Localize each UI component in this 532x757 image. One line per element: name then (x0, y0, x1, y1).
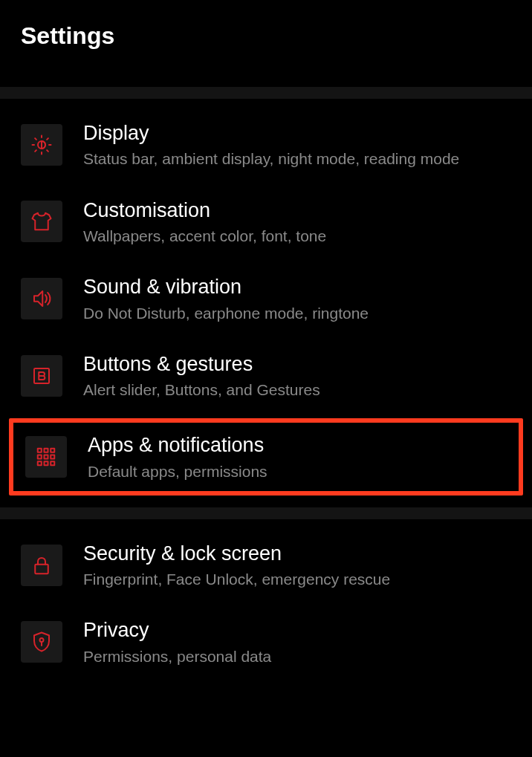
settings-item-title: Sound & vibration (83, 275, 369, 299)
settings-section: DisplayStatus bar, ambient display, nigh… (0, 99, 532, 507)
settings-item-display[interactable]: DisplayStatus bar, ambient display, nigh… (0, 106, 532, 183)
settings-item-subtitle: Wallpapers, accent color, font, tone (83, 227, 326, 245)
settings-item-title: Privacy (83, 618, 271, 642)
settings-item-text: PrivacyPermissions, personal data (83, 618, 271, 666)
speaker-icon (21, 278, 62, 319)
section-divider (0, 507, 532, 519)
settings-item-title: Display (83, 121, 459, 145)
settings-item-apps[interactable]: Apps & notificationsDefault apps, permis… (9, 418, 523, 496)
lock-icon (21, 545, 62, 586)
settings-item-subtitle: Fingerprint, Face Unlock, emergency resc… (83, 570, 390, 588)
settings-item-subtitle: Permissions, personal data (83, 647, 271, 666)
settings-item-title: Apps & notifications (88, 433, 267, 457)
button-b-icon (21, 355, 62, 397)
settings-item-text: CustomisationWallpapers, accent color, f… (83, 198, 326, 246)
settings-item-buttons[interactable]: Buttons & gesturesAlert slider, Buttons,… (0, 337, 532, 415)
settings-item-subtitle: Do Not Disturb, earphone mode, ringtone (83, 304, 369, 322)
shirt-icon (21, 201, 62, 242)
settings-item-title: Security & lock screen (83, 542, 390, 565)
section-divider (0, 87, 532, 99)
settings-header: Settings (0, 0, 532, 87)
settings-item-text: Sound & vibrationDo Not Disturb, earphon… (83, 275, 369, 322)
settings-item-text: Apps & notificationsDefault apps, permis… (88, 433, 267, 481)
settings-item-title: Buttons & gestures (83, 352, 320, 376)
grid-icon (25, 436, 67, 478)
page-title: Settings (21, 22, 511, 50)
settings-item-subtitle: Default apps, permissions (88, 462, 267, 481)
brightness-icon (21, 124, 62, 166)
settings-item-security[interactable]: Security & lock screenFingerprint, Face … (0, 527, 532, 604)
settings-section: Security & lock screenFingerprint, Face … (0, 519, 532, 688)
settings-item-text: DisplayStatus bar, ambient display, nigh… (83, 121, 459, 169)
settings-item-subtitle: Alert slider, Buttons, and Gestures (83, 380, 320, 399)
shield-key-icon (21, 621, 62, 663)
settings-item-subtitle: Status bar, ambient display, night mode,… (83, 149, 459, 168)
settings-item-text: Buttons & gesturesAlert slider, Buttons,… (83, 352, 320, 400)
settings-item-sound[interactable]: Sound & vibrationDo Not Disturb, earphon… (0, 260, 532, 337)
settings-item-customisation[interactable]: CustomisationWallpapers, accent color, f… (0, 183, 532, 261)
settings-item-title: Customisation (83, 198, 326, 222)
settings-item-text: Security & lock screenFingerprint, Face … (83, 542, 390, 589)
settings-item-privacy[interactable]: PrivacyPermissions, personal data (0, 603, 532, 680)
